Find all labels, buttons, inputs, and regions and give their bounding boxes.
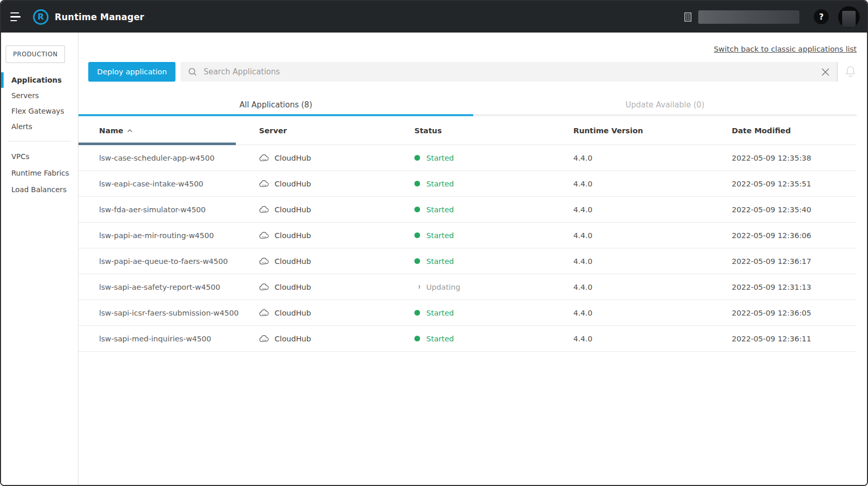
status-icon [414,232,420,238]
column-header-date-modified[interactable]: Date Modified [732,127,857,135]
server-name: CloudHub [275,283,311,291]
application-name[interactable]: lsw-sapi-med-inquiries-w4500 [99,335,259,343]
status-cell: Started [414,335,573,343]
status-icon [414,284,420,290]
environment-selector[interactable]: PRODUCTION [6,45,65,63]
status-cell: Started [414,257,573,265]
cloudhub-icon [259,258,269,265]
tab-bar: All Applications (8) Update Available (0… [78,93,857,116]
application-name[interactable]: lsw-sapi-icsr-faers-submission-w4500 [99,309,259,317]
status-icon [414,336,420,341]
sidebar: PRODUCTION Applications Servers Flex Gat… [1,33,78,486]
date-modified: 2022-05-09 12:35:40 [732,206,857,214]
server-name: CloudHub [275,180,311,188]
status-cell: Started [414,180,573,188]
runtime-version: 4.4.0 [573,231,732,240]
status-badge: Started [426,180,454,188]
toolbar-divider [837,62,838,82]
server-cell: CloudHub [259,257,414,265]
sidebar-item-applications[interactable]: Applications [1,72,78,88]
clear-search-icon[interactable] [821,68,830,76]
sidebar-item-servers[interactable]: Servers [1,88,78,103]
column-header-name[interactable]: Name [99,127,259,135]
status-icon [414,155,420,161]
status-icon [414,207,420,212]
cloudhub-icon [259,180,269,187]
table-row[interactable]: lsw-papi-ae-queue-to-faers-w4500 CloudHu… [78,248,857,274]
application-name[interactable]: lsw-case-scheduler-app-w4500 [99,154,259,162]
status-badge: Updating [426,283,460,291]
table-row[interactable]: lsw-fda-aer-simulator-w4500 CloudHub Sta… [78,197,857,223]
app-window: R Runtime Manager ? PRODUCTION [0,0,868,486]
tab-update-available[interactable]: Update Available (0) [473,93,857,116]
status-badge: Started [426,154,454,162]
table-row[interactable]: lsw-eapi-case-intake-w4500 CloudHub Star… [78,171,857,197]
server-cell: CloudHub [259,154,414,162]
column-header-runtime-version[interactable]: Runtime Version [573,127,732,135]
search-input[interactable] [203,67,816,76]
application-name[interactable]: lsw-fda-aer-simulator-w4500 [99,206,259,214]
status-cell: Started [414,154,573,162]
help-button-label: ? [819,12,824,22]
main-content: Switch back to classic applications list… [78,33,867,486]
environment-label: PRODUCTION [13,51,58,58]
column-header-status[interactable]: Status [414,127,573,135]
hamburger-menu-icon[interactable] [10,12,22,22]
user-avatar[interactable] [838,6,860,28]
status-badge: Started [426,206,454,214]
table-row[interactable]: lsw-sapi-icsr-faers-submission-w4500 Clo… [78,300,857,326]
server-name: CloudHub [275,206,311,214]
table-row[interactable]: lsw-sapi-ae-safety-report-w4500 CloudHub… [78,274,857,300]
logo-letter: R [38,12,44,22]
table-row[interactable]: lsw-papi-ae-mir-routing-w4500 CloudHub S… [78,223,857,248]
server-cell: CloudHub [259,180,414,188]
sidebar-item-load-balancers[interactable]: Load Balancers [1,181,78,198]
server-name: CloudHub [275,231,311,240]
status-cell: Updating [414,283,573,291]
sidebar-item-flex-gateways[interactable]: Flex Gateways [1,103,78,119]
sidebar-item-alerts[interactable]: Alerts [1,119,78,134]
runtime-version: 4.4.0 [573,257,732,265]
date-modified: 2022-05-09 12:35:38 [732,154,857,162]
avatar-photo [842,11,856,27]
server-cell: CloudHub [259,335,414,343]
status-icon [414,181,420,186]
application-name[interactable]: lsw-eapi-case-intake-w4500 [99,180,259,188]
status-icon [414,258,420,264]
table-row[interactable]: lsw-sapi-med-inquiries-w4500 CloudHub St… [78,326,857,352]
notifications-bell-icon[interactable] [844,65,857,79]
application-name[interactable]: lsw-papi-ae-queue-to-faers-w4500 [99,257,259,265]
sidebar-item-vpcs[interactable]: VPCs [1,148,78,165]
deploy-application-button[interactable]: Deploy application [88,62,175,82]
runtime-version: 4.4.0 [573,180,732,188]
column-header-server[interactable]: Server [259,127,414,135]
sidebar-item-runtime-fabrics[interactable]: Runtime Fabrics [1,165,78,181]
cloudhub-icon [259,232,269,239]
status-badge: Started [426,309,454,317]
runtime-version: 4.4.0 [573,309,732,317]
applications-table: lsw-case-scheduler-app-w4500 CloudHub St… [78,145,867,352]
tab-all-applications[interactable]: All Applications (8) [78,93,473,116]
server-cell: CloudHub [259,309,414,317]
application-name[interactable]: lsw-papi-ae-mir-routing-w4500 [99,231,259,240]
runtime-version: 4.4.0 [573,154,732,162]
status-badge: Started [426,231,454,240]
date-modified: 2022-05-09 12:36:05 [732,309,857,317]
runtime-version: 4.4.0 [573,283,732,291]
search-icon [188,67,197,76]
status-badge: Started [426,335,454,343]
organization-name-redacted[interactable] [698,10,799,24]
help-button[interactable]: ? [814,9,829,24]
switch-classic-link[interactable]: Switch back to classic applications list [714,45,857,53]
cloudhub-icon [259,154,269,162]
server-name: CloudHub [275,335,311,343]
application-name[interactable]: lsw-sapi-ae-safety-report-w4500 [99,283,259,291]
runtime-version: 4.4.0 [573,335,732,343]
cloudhub-icon [259,206,269,213]
table-header-row: Name Server Status Runtime Version Date … [99,116,857,145]
runtime-manager-logo-icon: R [33,9,49,25]
date-modified: 2022-05-09 12:31:13 [732,283,857,291]
table-row[interactable]: lsw-case-scheduler-app-w4500 CloudHub St… [78,145,857,171]
server-name: CloudHub [275,257,311,265]
organization-icon [683,11,693,23]
